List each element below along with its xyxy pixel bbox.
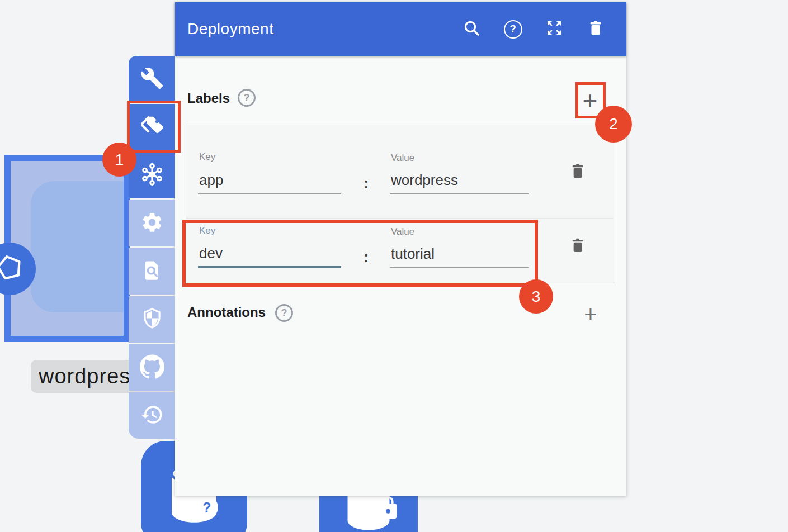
document-search-icon	[140, 259, 164, 284]
value-input[interactable]	[390, 170, 529, 194]
toolbar-item-history[interactable]	[129, 392, 175, 439]
value-field-label: Value	[391, 153, 414, 164]
add-annotation-button[interactable]: +	[579, 303, 602, 325]
app-canvas: wordpress ?	[0, 0, 788, 532]
header-actions: ?	[462, 20, 605, 39]
wrench-icon	[140, 66, 164, 92]
annotations-help-icon[interactable]: ?	[275, 304, 293, 322]
expand-button[interactable]	[545, 20, 564, 39]
toolbar-item-inspect[interactable]	[129, 248, 175, 294]
toolbar-item-security[interactable]	[129, 296, 175, 343]
toolbar-item-github[interactable]	[129, 344, 175, 391]
toolbar-item-settings[interactable]	[129, 200, 175, 246]
toolbar-item-build[interactable]	[129, 56, 175, 102]
step-badge-1: 1	[102, 142, 136, 177]
lock-icon	[375, 495, 401, 523]
highlight-rect-labels-tool	[127, 101, 181, 153]
delete-button[interactable]	[586, 20, 605, 39]
row-divider	[186, 218, 614, 218]
gear-icon	[140, 211, 164, 236]
delete-row-button[interactable]	[569, 161, 587, 181]
highlight-rect-new-row	[182, 220, 538, 287]
expand-icon	[545, 19, 563, 39]
step-badge-3: 3	[519, 279, 553, 314]
history-icon	[140, 403, 164, 429]
labels-help-icon[interactable]: ?	[238, 89, 256, 107]
delete-row-button[interactable]	[569, 235, 587, 255]
labels-section-title: Labels	[187, 91, 230, 106]
help-icon: ?	[504, 20, 522, 39]
key-input[interactable]	[198, 170, 341, 194]
annotations-section-title: Annotations	[187, 305, 266, 320]
deployment-node-inner	[31, 181, 130, 312]
hub-icon	[140, 162, 164, 189]
trash-icon	[587, 19, 604, 39]
kv-separator: :	[364, 174, 369, 192]
pentagon-icon	[0, 252, 25, 286]
search-icon	[463, 19, 480, 39]
help-button[interactable]: ?	[503, 20, 522, 39]
panel-title: Deployment	[187, 20, 462, 38]
trash-icon	[569, 248, 587, 257]
panel-header: Deployment ?	[175, 2, 626, 56]
search-button[interactable]	[462, 20, 481, 39]
question-badge: ?	[196, 496, 218, 519]
shield-icon	[140, 307, 164, 332]
key-field-label: Key	[199, 151, 215, 163]
trash-icon	[569, 173, 587, 183]
github-icon	[140, 354, 164, 381]
step-badge-2: 2	[595, 106, 632, 142]
